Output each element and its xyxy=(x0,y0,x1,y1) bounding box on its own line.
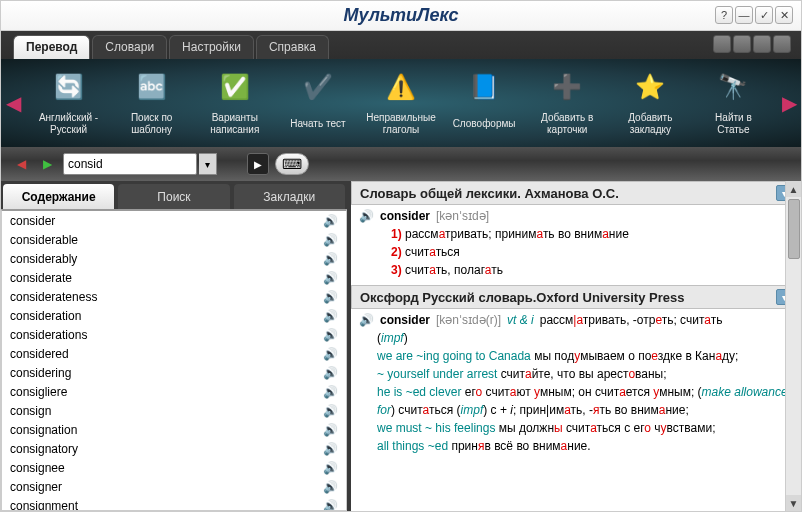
word-row[interactable]: considered🔊 xyxy=(2,344,346,363)
tab-dictionaries[interactable]: Словари xyxy=(92,35,167,59)
speaker-icon[interactable]: 🔊 xyxy=(359,209,374,223)
help-button[interactable]: ? xyxy=(715,6,733,24)
window-controls: ? — ✓ ✕ xyxy=(715,6,793,24)
app-window: МультиЛекс ? — ✓ ✕ Перевод Словари Настр… xyxy=(0,0,802,512)
speaker-icon[interactable]: 🔊 xyxy=(323,385,338,399)
gram-label: vt & i xyxy=(507,313,534,327)
speaker-icon[interactable]: 🔊 xyxy=(323,423,338,437)
add-bookmark-label: Добавить закладку xyxy=(615,110,686,138)
toolbar-irregular-verbs[interactable]: ⚠️Неправильные глаголы xyxy=(361,68,440,138)
start-test-label: Начать тест xyxy=(290,110,345,138)
entry-dict2: 🔊 consider [kənˈsɪdə(r)] vt & i рассм|ат… xyxy=(351,309,801,461)
speaker-icon[interactable]: 🔊 xyxy=(323,461,338,475)
word-row[interactable]: consignee🔊 xyxy=(2,458,346,477)
speaker-icon[interactable]: 🔊 xyxy=(323,290,338,304)
toolbar-scroll-left[interactable]: ◀ xyxy=(3,83,23,123)
speaker-icon[interactable]: 🔊 xyxy=(359,313,374,327)
word-row[interactable]: considerations🔊 xyxy=(2,325,346,344)
app-title: МультиЛекс xyxy=(343,5,458,26)
sidebar-tab-search[interactable]: Поиск xyxy=(118,184,229,209)
word-row[interactable]: considerable🔊 xyxy=(2,230,346,249)
nav-back-button[interactable]: ◀ xyxy=(11,154,31,174)
main-area: Содержание Поиск Закладки consider🔊consi… xyxy=(1,181,801,511)
example-1: we are ~ing going to Canada мы подумывае… xyxy=(377,347,793,365)
word-row[interactable]: consider🔊 xyxy=(2,211,346,230)
mini-icon-4[interactable] xyxy=(773,35,791,53)
sidebar-tab-bookmarks[interactable]: Закладки xyxy=(234,184,345,209)
word-row[interactable]: considering🔊 xyxy=(2,363,346,382)
irregular-verbs-icon: ⚠️ xyxy=(382,68,420,106)
headword: consider xyxy=(380,209,430,223)
speaker-icon[interactable]: 🔊 xyxy=(323,347,338,361)
close-button[interactable]: ✕ xyxy=(775,6,793,24)
toolbar-add-card[interactable]: ➕Добавить в карточки xyxy=(528,68,607,138)
toolbar-pattern-search[interactable]: 🔤Поиск по шаблону xyxy=(112,68,191,138)
mini-icon-2[interactable] xyxy=(733,35,751,53)
toolbar-find-in-article[interactable]: 🔭Найти в Статье xyxy=(694,68,773,138)
speaker-icon[interactable]: 🔊 xyxy=(323,271,338,285)
scroll-up-icon[interactable]: ▲ xyxy=(786,181,801,197)
word-text: consignation xyxy=(10,423,77,437)
sidebar-tabs: Содержание Поиск Закладки xyxy=(1,181,347,209)
transcription: [kənˈsɪdə(r)] xyxy=(436,313,501,327)
word-row[interactable]: considerably🔊 xyxy=(2,249,346,268)
sidebar-tab-contents[interactable]: Содержание xyxy=(3,184,114,209)
toolbar-start-test[interactable]: ✔️Начать тест xyxy=(278,68,357,138)
dict-header-1[interactable]: Словарь общей лексики. Ахманова О.С. ▾ xyxy=(351,181,801,205)
speaker-icon[interactable]: 🔊 xyxy=(323,499,338,512)
maximize-button[interactable]: ✓ xyxy=(755,6,773,24)
minimize-button[interactable]: — xyxy=(735,6,753,24)
sense-2: 2) считаться xyxy=(391,243,793,261)
word-row[interactable]: considerateness🔊 xyxy=(2,287,346,306)
word-row[interactable]: consigliere🔊 xyxy=(2,382,346,401)
search-dropdown-button[interactable]: ▾ xyxy=(199,153,217,175)
word-row[interactable]: consideration🔊 xyxy=(2,306,346,325)
scroll-thumb[interactable] xyxy=(788,199,800,259)
toolbar-word-forms[interactable]: 📘Словоформы xyxy=(445,68,524,138)
tab-help[interactable]: Справка xyxy=(256,35,329,59)
go-button[interactable]: ▶ xyxy=(247,153,269,175)
search-row: ◀ ▶ ▾ ▶ ⌨ xyxy=(1,147,801,181)
tab-settings[interactable]: Настройки xyxy=(169,35,254,59)
mini-icon-1[interactable] xyxy=(713,35,731,53)
toolbar-scroll-right[interactable]: ▶ xyxy=(779,83,799,123)
virtual-keyboard-button[interactable]: ⌨ xyxy=(275,153,309,175)
word-row[interactable]: consignment🔊 xyxy=(2,496,346,511)
word-text: consideration xyxy=(10,309,81,323)
sense-3: 3) считать, полагать xyxy=(391,261,793,279)
speaker-icon[interactable]: 🔊 xyxy=(323,404,338,418)
scroll-down-icon[interactable]: ▼ xyxy=(786,495,801,511)
word-row[interactable]: consignatory🔊 xyxy=(2,439,346,458)
content-scrollbar[interactable]: ▲ ▼ xyxy=(785,181,801,511)
speaker-icon[interactable]: 🔊 xyxy=(323,309,338,323)
mini-icon-3[interactable] xyxy=(753,35,771,53)
article-scroll[interactable]: Словарь общей лексики. Ахманова О.С. ▾ 🔊… xyxy=(351,181,801,511)
toolbar-spelling-variants[interactable]: ✅Варианты написания xyxy=(195,68,274,138)
search-input[interactable] xyxy=(63,153,197,175)
nav-forward-button[interactable]: ▶ xyxy=(37,154,57,174)
word-text: consign xyxy=(10,404,51,418)
word-text: considerate xyxy=(10,271,72,285)
speaker-icon[interactable]: 🔊 xyxy=(323,480,338,494)
word-row[interactable]: considerate🔊 xyxy=(2,268,346,287)
find-in-article-label: Найти в Статье xyxy=(698,110,769,138)
dict-header-2[interactable]: Оксфорд Русский словарь.Oxford Universit… xyxy=(351,285,801,309)
pattern-search-label: Поиск по шаблону xyxy=(116,110,187,138)
speaker-icon[interactable]: 🔊 xyxy=(323,214,338,228)
toolbar-lang-pair[interactable]: 🔄Английский - Русский xyxy=(29,68,108,138)
word-row[interactable]: consigner🔊 xyxy=(2,477,346,496)
speaker-icon[interactable]: 🔊 xyxy=(323,328,338,342)
speaker-icon[interactable]: 🔊 xyxy=(323,442,338,456)
speaker-icon[interactable]: 🔊 xyxy=(323,233,338,247)
entry-dict1: 🔊 consider [kənˈsɪdə] 1) рассматривать; … xyxy=(351,205,801,285)
word-list[interactable]: consider🔊considerable🔊considerably🔊consi… xyxy=(1,209,347,511)
speaker-icon[interactable]: 🔊 xyxy=(323,366,338,380)
tab-translation[interactable]: Перевод xyxy=(13,35,90,59)
add-bookmark-icon: ⭐ xyxy=(631,68,669,106)
speaker-icon[interactable]: 🔊 xyxy=(323,252,338,266)
example-5: all things ~ed приняв всё во внимание. xyxy=(377,437,793,455)
toolbar-add-bookmark[interactable]: ⭐Добавить закладку xyxy=(611,68,690,138)
word-row[interactable]: consign🔊 xyxy=(2,401,346,420)
word-text: considering xyxy=(10,366,71,380)
word-row[interactable]: consignation🔊 xyxy=(2,420,346,439)
